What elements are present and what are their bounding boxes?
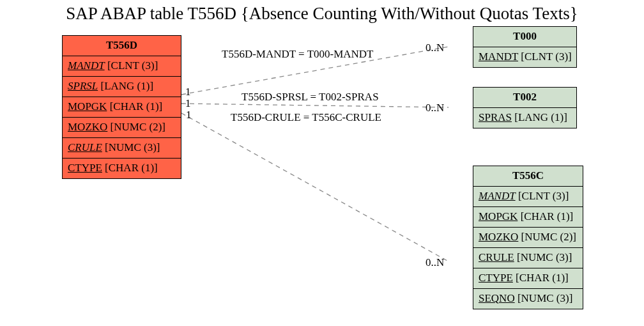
relation-label: T556D-CRULE = T556C-CRULE xyxy=(231,111,381,124)
diagram-title: SAP ABAP table T556D {Absence Counting W… xyxy=(0,4,644,24)
entity-field: MOPGK [CHAR (1)] xyxy=(473,207,583,228)
entity-field: SEQNO [NUMC (3)] xyxy=(473,289,583,309)
entity-header: T000 xyxy=(473,27,576,47)
entity-field: MANDT [CLNT (3)] xyxy=(473,47,576,67)
entity-t002: T002 SPRAS [LANG (1)] xyxy=(473,87,577,128)
cardinality-right: 0..N xyxy=(425,42,444,54)
entity-header: T002 xyxy=(473,88,576,108)
svg-line-2 xyxy=(181,113,448,261)
entity-field: CTYPE [CHAR (1)] xyxy=(473,268,583,289)
entity-field: MANDT [CLNT (3)] xyxy=(63,56,181,77)
relation-label: T556D-MANDT = T000-MANDT xyxy=(222,48,374,61)
entity-field: SPRSL [LANG (1)] xyxy=(63,77,181,97)
entity-header: T556D xyxy=(63,36,181,56)
entity-t556d: T556D MANDT [CLNT (3)]SPRSL [LANG (1)]MO… xyxy=(62,35,181,179)
entity-header: T556C xyxy=(473,166,583,187)
entity-field: SPRAS [LANG (1)] xyxy=(473,108,576,128)
entity-field: CRULE [NUMC (3)] xyxy=(63,138,181,159)
cardinality-right: 0..N xyxy=(425,256,444,269)
entity-field: CRULE [NUMC (3)] xyxy=(473,248,583,268)
cardinality-left: 1 xyxy=(186,109,192,121)
entity-t000: T000 MANDT [CLNT (3)] xyxy=(473,26,577,68)
cardinality-left: 1 xyxy=(185,86,191,98)
entity-field: MOZKO [NUMC (2)] xyxy=(63,118,181,138)
relation-label: T556D-SPRSL = T002-SPRAS xyxy=(241,91,379,104)
entity-t556c: T556C MANDT [CLNT (3)]MOPGK [CHAR (1)]MO… xyxy=(473,166,583,309)
entity-field: CTYPE [CHAR (1)] xyxy=(63,159,181,178)
entity-field: MOZKO [NUMC (2)] xyxy=(473,228,583,248)
cardinality-right: 0..N xyxy=(425,102,444,114)
entity-field: MOPGK [CHAR (1)] xyxy=(63,97,181,118)
cardinality-left: 1 xyxy=(185,97,191,110)
svg-line-1 xyxy=(181,104,448,107)
entity-field: MANDT [CLNT (3)] xyxy=(473,187,583,207)
